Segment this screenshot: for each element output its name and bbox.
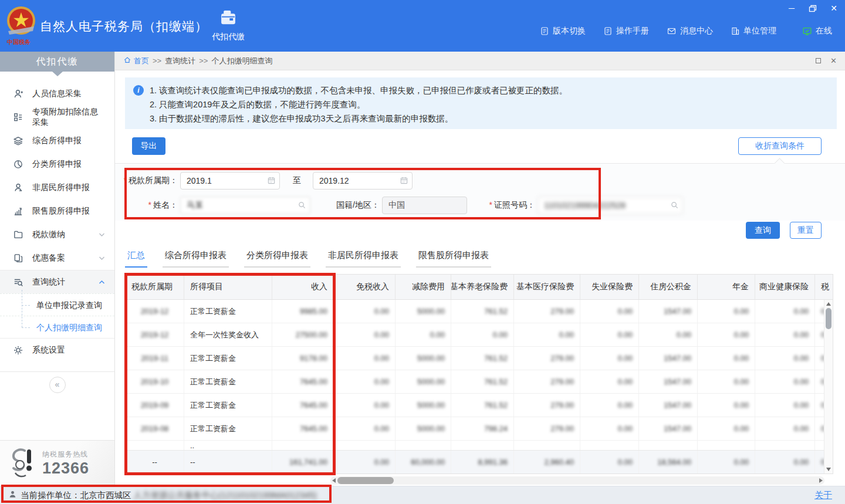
home-icon: [123, 56, 131, 66]
region-input[interactable]: [382, 197, 467, 214]
copy-icon: [13, 253, 23, 263]
table-cell: 2,960.40: [514, 451, 580, 473]
table-cell: 0.00: [580, 451, 639, 473]
minimize-button[interactable]: ─: [785, 2, 798, 14]
sidebar-item-tax-payment[interactable]: 税款缴纳: [0, 223, 114, 246]
version-switch-link[interactable]: 版本切换: [540, 26, 586, 36]
scroll-down-arrow[interactable]: [826, 468, 831, 471]
sidebar: 代扣代缴 人员信息采集 专项附加扣除信息采集 综合所得申报 分类所得申报 非居民…: [0, 52, 115, 486]
horizontal-scrollbar[interactable]: [330, 476, 824, 485]
topbar-links: 版本切换 操作手册 消息中心 单位管理 在线: [540, 26, 832, 36]
table-cell: 761.52: [451, 300, 514, 323]
breadcrumb-separator: >>: [199, 56, 208, 65]
tab-nonresident-income[interactable]: 非居民所得申报表: [326, 250, 401, 268]
required-asterisk: *: [148, 200, 151, 209]
sidebar-item-label: 人员信息采集: [32, 89, 82, 99]
panel-maximize-icon[interactable]: [816, 56, 821, 65]
table-cell: 0.00: [396, 323, 451, 346]
sidebar-item-label: 查询统计: [32, 277, 65, 287]
table-cell: 2019-12: [126, 323, 184, 346]
tab-classified-income[interactable]: 分类所得申报表: [244, 250, 310, 268]
message-center-link[interactable]: 消息中心: [667, 26, 713, 36]
table-cell: 9178.00: [272, 347, 334, 370]
table-header-cell: 住房公积金: [639, 275, 698, 299]
sidebar-item-preferential-filing[interactable]: 优惠备案: [0, 246, 114, 270]
tab-daikoudaijiao[interactable]: 代扣代缴: [203, 9, 254, 42]
vertical-scrollbar[interactable]: [824, 300, 833, 473]
export-button[interactable]: 导出: [132, 137, 165, 155]
table-row: ..: [126, 441, 833, 450]
form-row-period: *税款所属期： 至: [115, 172, 413, 190]
search-icon[interactable]: [670, 201, 679, 211]
sidebar-item-query-statistics[interactable]: 查询统计: [0, 270, 114, 293]
sidebar-item-comprehensive-income[interactable]: 综合所得申报: [0, 129, 114, 153]
sidebar-menu: 人员信息采集 专项附加扣除信息采集 综合所得申报 分类所得申报 非居民所得申报: [0, 72, 114, 393]
sidebar-collapse-button[interactable]: «: [49, 377, 66, 393]
search-button[interactable]: 查询: [746, 222, 780, 239]
gear-icon: [13, 345, 23, 356]
sidebar-item-classified-income[interactable]: 分类所得申报: [0, 153, 114, 176]
svg-text:中国税务: 中国税务: [7, 39, 31, 45]
breadcrumb-home[interactable]: 首页: [123, 56, 149, 66]
table-header-cell: 商业健康保险: [755, 275, 815, 299]
sidebar-item-label: 税款缴纳: [32, 229, 65, 240]
table-cell: [755, 441, 815, 450]
period-from-input[interactable]: [180, 172, 280, 190]
sidebar-item-restricted-shares[interactable]: 限售股所得申报: [0, 199, 114, 223]
name-input[interactable]: [180, 197, 310, 214]
app-window: 中国税务 自然人电子税务局（扣缴端） 代扣代缴 版本切换 操作手册: [0, 0, 845, 504]
table-header-cell: 所得项目: [184, 275, 272, 299]
table-cell: 2019-09: [126, 394, 184, 417]
close-button[interactable]: ✕: [827, 2, 840, 14]
restore-button[interactable]: [806, 2, 819, 14]
manual-link[interactable]: 操作手册: [603, 26, 649, 36]
org-manage-link[interactable]: 单位管理: [731, 26, 776, 36]
person-icon: [13, 89, 23, 99]
table-row: 2019-10正常工资薪金7645.000.005000.00761.52279…: [126, 370, 833, 394]
sidebar-item-label: 非居民所得申报: [32, 182, 90, 193]
scroll-right-arrow[interactable]: [819, 478, 823, 483]
sidebar-item-personnel-info[interactable]: 人员信息采集: [0, 82, 114, 106]
sidebar-item-label: 优惠备案: [32, 253, 65, 263]
sidebar-item-system-settings[interactable]: 系统设置: [0, 339, 114, 362]
online-monitor-icon: [802, 26, 812, 36]
scroll-up-arrow[interactable]: [826, 302, 831, 306]
vertical-scroll-thumb[interactable]: [826, 308, 832, 329]
table-cell: [272, 441, 334, 450]
form-list-icon: [13, 112, 23, 123]
table-header-cell: 年金: [698, 275, 755, 299]
table-row: ----161,741.000.0060,000.008,991.362,960…: [126, 450, 833, 473]
current-unit-label: 当前操作单位：: [21, 490, 80, 501]
table-cell: 279.00: [514, 300, 580, 323]
table-cell: 0.00: [334, 347, 396, 370]
tab-comprehensive-income[interactable]: 综合所得申报表: [163, 250, 229, 268]
calendar-icon[interactable]: [267, 176, 276, 187]
table-cell: 全年一次性奖金收入: [184, 323, 272, 346]
id-number-input[interactable]: [538, 197, 683, 214]
panel-close-icon[interactable]: ✕: [830, 56, 837, 65]
table-cell: 0.00: [580, 394, 639, 417]
tab-restricted-shares[interactable]: 限售股所得申报表: [416, 250, 491, 268]
period-to-input[interactable]: [313, 172, 413, 190]
table-cell: 0.00: [514, 323, 580, 346]
table-cell: 798.24: [451, 417, 514, 440]
search-icon[interactable]: [298, 201, 306, 211]
table-cell: 0.00: [334, 451, 396, 473]
online-status[interactable]: 在线: [802, 26, 832, 36]
collapse-query-button[interactable]: 收折查询条件: [738, 137, 822, 155]
reset-button[interactable]: 重置: [790, 222, 822, 239]
about-link[interactable]: 关于: [814, 490, 832, 501]
sidebar-item-special-deduction[interactable]: 专项附加扣除信息采集: [0, 106, 114, 129]
sidebar-subitem-unit-declaration-query[interactable]: 单位申报记录查询: [0, 293, 114, 316]
tab-summary[interactable]: 汇总: [125, 250, 147, 268]
sidebar-item-nonresident-income[interactable]: 非居民所得申报: [0, 176, 114, 199]
table-cell: 正常工资薪金: [184, 394, 272, 417]
table-cell: 761.52: [451, 370, 514, 393]
sidebar-subitem-personal-withholding-query[interactable]: 个人扣缴明细查询: [0, 316, 114, 338]
scroll-left-arrow[interactable]: [332, 478, 336, 483]
hotline-number: 12366: [42, 459, 89, 478]
horizontal-scroll-thumb[interactable]: [337, 477, 394, 484]
breadcrumb-home-label: 首页: [134, 56, 149, 66]
calendar-icon[interactable]: [400, 176, 408, 187]
table-cell: 2019-11: [126, 347, 184, 370]
